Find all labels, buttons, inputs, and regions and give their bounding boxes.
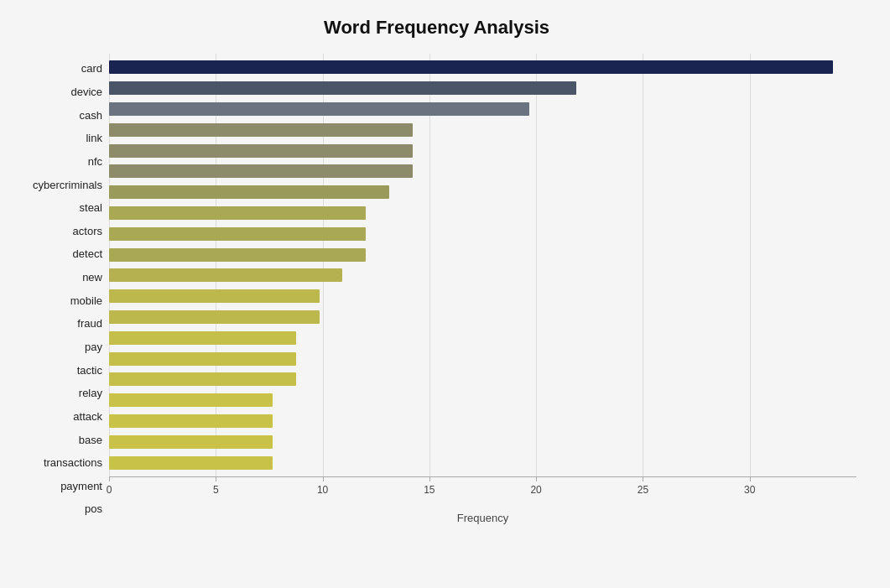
bar xyxy=(109,268,342,282)
y-label: payment xyxy=(60,476,102,495)
bar-row xyxy=(109,162,856,180)
x-tick-label: 0 xyxy=(107,484,112,496)
y-label: pay xyxy=(85,338,102,356)
x-tick-line xyxy=(536,477,537,481)
bar xyxy=(109,456,273,470)
x-tick-line xyxy=(216,477,216,481)
x-tick: 5 xyxy=(216,477,322,510)
bar-row xyxy=(109,142,856,160)
bar xyxy=(109,123,413,137)
bar-row xyxy=(109,412,856,430)
bar-row xyxy=(109,287,856,305)
y-label: mobile xyxy=(70,291,102,310)
bar-row xyxy=(109,79,856,97)
bar xyxy=(109,435,273,449)
bar xyxy=(109,227,366,241)
y-label: attack xyxy=(73,407,102,425)
chart-title: Word Frequency Analysis xyxy=(17,17,856,39)
x-ticks: 051015202530 xyxy=(109,477,856,510)
y-label: cybercriminals xyxy=(33,175,102,194)
x-tick: 30 xyxy=(750,477,856,510)
bar xyxy=(109,81,576,95)
x-axis: 051015202530 xyxy=(109,476,856,510)
x-tick-label: 20 xyxy=(530,484,541,496)
y-label: cash xyxy=(80,106,102,124)
bar xyxy=(109,144,413,158)
bars-and-x: 051015202530 Frequency xyxy=(109,54,856,524)
bar xyxy=(109,310,320,324)
chart-area: carddevicecashlinknfccybercriminalssteal… xyxy=(17,54,856,524)
bar xyxy=(109,414,273,428)
x-tick: 25 xyxy=(643,477,749,510)
bar-row xyxy=(109,350,856,368)
bar-row xyxy=(109,266,856,284)
x-tick-label: 30 xyxy=(744,484,755,496)
bar xyxy=(109,352,296,366)
chart-container: Word Frequency Analysis carddevicecashli… xyxy=(0,0,890,588)
bar xyxy=(109,206,366,220)
bar-row xyxy=(109,329,856,347)
bar xyxy=(109,102,529,116)
bar xyxy=(109,185,389,199)
x-tick: 0 xyxy=(109,477,216,510)
x-tick-line xyxy=(643,477,643,481)
bar-row xyxy=(109,308,856,326)
y-label: steal xyxy=(80,199,102,217)
y-label: nfc xyxy=(88,152,102,170)
x-tick-label: 25 xyxy=(638,484,648,496)
bar xyxy=(109,164,413,178)
y-label: card xyxy=(81,60,102,78)
y-label: device xyxy=(70,82,102,101)
bar-row xyxy=(109,100,856,118)
y-label: base xyxy=(79,430,102,449)
x-tick-label: 5 xyxy=(213,484,219,496)
y-label: relay xyxy=(79,384,102,403)
bars-inner xyxy=(109,54,856,476)
bar xyxy=(109,331,296,345)
x-tick: 20 xyxy=(536,477,643,510)
bars-section xyxy=(109,54,856,476)
x-tick-line xyxy=(323,477,324,481)
y-label: transactions xyxy=(44,454,102,472)
x-tick: 10 xyxy=(323,477,429,510)
bar-row xyxy=(109,183,856,201)
x-tick: 15 xyxy=(429,477,536,510)
bar xyxy=(109,60,833,74)
y-label: new xyxy=(82,268,102,287)
bar-row xyxy=(109,58,856,76)
y-label: actors xyxy=(73,221,102,240)
x-tick-label: 15 xyxy=(424,484,435,496)
bar-row xyxy=(109,204,856,222)
bar-row xyxy=(109,454,856,472)
x-tick-line xyxy=(429,477,430,481)
y-labels: carddevicecashlinknfccybercriminalssteal… xyxy=(17,54,109,524)
y-label: detect xyxy=(73,245,102,263)
bar-row xyxy=(109,370,856,388)
bar-row xyxy=(109,246,856,264)
x-axis-label: Frequency xyxy=(109,512,856,524)
bar xyxy=(109,393,273,407)
y-label: pos xyxy=(85,500,102,518)
bar-row xyxy=(109,121,856,139)
bar xyxy=(109,248,366,262)
y-label: fraud xyxy=(77,315,102,333)
bar-row xyxy=(109,433,856,451)
x-tick-line xyxy=(109,477,110,481)
x-tick-label: 10 xyxy=(317,484,328,496)
bar xyxy=(109,289,320,303)
bar-row xyxy=(109,391,856,409)
bar-row xyxy=(109,225,856,243)
bar xyxy=(109,372,296,386)
y-label: tactic xyxy=(77,361,102,379)
y-label: link xyxy=(86,129,102,148)
x-tick-line xyxy=(750,477,751,481)
